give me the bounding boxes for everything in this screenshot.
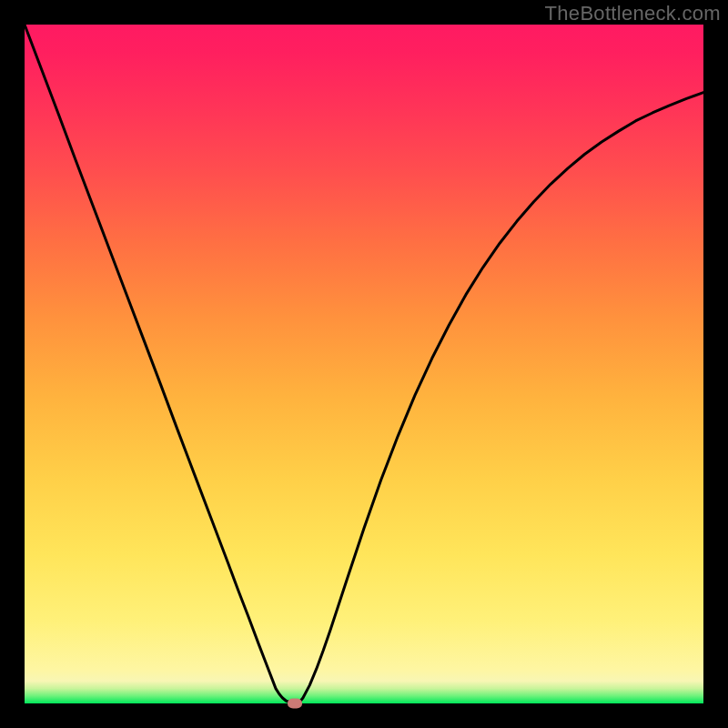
- watermark-text: TheBottleneck.com: [545, 2, 721, 25]
- plot-area: [25, 25, 703, 703]
- optimal-point-marker: [288, 699, 302, 709]
- chart-frame: TheBottleneck.com: [0, 0, 728, 728]
- bottleneck-curve: [25, 25, 703, 703]
